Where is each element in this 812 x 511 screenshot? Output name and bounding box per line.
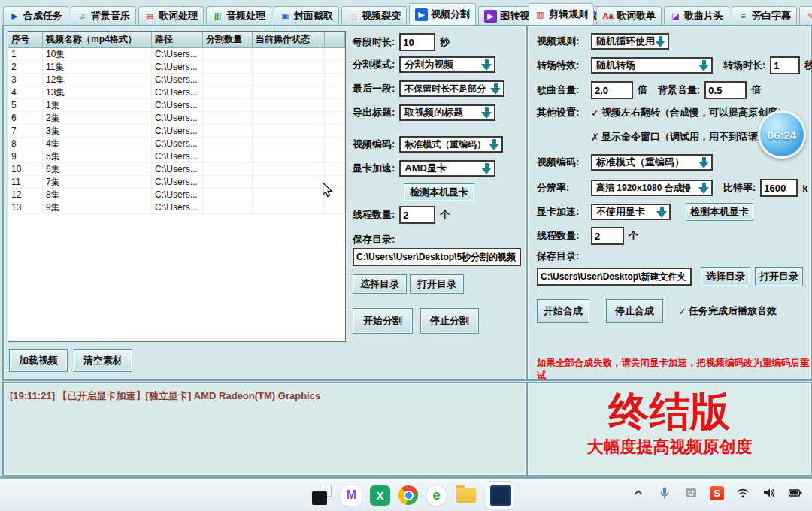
microphone-icon[interactable] bbox=[657, 485, 672, 500]
save-dir-input[interactable] bbox=[537, 268, 692, 286]
table-header-cell[interactable]: 路径 bbox=[152, 32, 203, 47]
tab[interactable]: ▶ 视频分割 bbox=[409, 3, 476, 25]
split-mode-select[interactable]: 分割为视频 bbox=[399, 56, 495, 73]
bg-volume-input[interactable] bbox=[704, 81, 747, 99]
tab[interactable]: Aa 歌词歌单 bbox=[596, 6, 662, 25]
open-dir-button[interactable]: 打开目录 bbox=[410, 274, 464, 294]
battery-icon[interactable] bbox=[788, 485, 803, 500]
threads-input[interactable] bbox=[399, 206, 435, 224]
music-note-icon: ♫ bbox=[77, 11, 88, 22]
table-row[interactable]: 13 9集 C:\Users... bbox=[8, 201, 345, 214]
chrome-icon[interactable] bbox=[398, 485, 418, 505]
detect-gpu-button[interactable]: 检测本机显卡 bbox=[686, 203, 753, 221]
tab[interactable]: ||| 音频处理 bbox=[206, 6, 271, 25]
table-row[interactable]: 5 1集 C:\Users... bbox=[8, 99, 345, 112]
dark-app-icon[interactable] bbox=[311, 484, 333, 506]
cmd-window-checkbox[interactable]: ✗ bbox=[591, 132, 599, 143]
sogou-icon[interactable]: S bbox=[710, 486, 724, 500]
file-explorer-icon[interactable] bbox=[455, 484, 477, 506]
cell-split-count bbox=[203, 138, 253, 150]
video-list-table: 序号视频名称（mp4格式）路径分割数量当前操作状态 1 10集 C:\Users… bbox=[8, 31, 346, 342]
table-row[interactable]: 4 13集 C:\Users... bbox=[8, 86, 345, 99]
stop-compose-button[interactable]: 停止合成 bbox=[606, 299, 663, 323]
cell-split-count bbox=[203, 99, 253, 112]
export-title-icon: ✎ bbox=[805, 11, 812, 22]
tab[interactable]: ✎ 导出标题 bbox=[799, 6, 812, 25]
video-rule-select[interactable]: 随机循环使用 bbox=[591, 33, 669, 50]
table-row[interactable]: 2 11集 C:\Users... bbox=[8, 61, 345, 74]
table-row[interactable]: 7 3集 C:\Users... bbox=[8, 125, 345, 138]
split-mode-label: 分割模式: bbox=[353, 58, 395, 71]
table-row[interactable]: 6 2集 C:\Users... bbox=[8, 112, 345, 125]
table-header-cell[interactable]: 序号 bbox=[8, 32, 43, 47]
table-row[interactable]: 11 7集 C:\Users... bbox=[8, 176, 345, 189]
tab[interactable]: ▶ 合成任务 bbox=[3, 6, 68, 25]
table-header-cell[interactable]: 视频名称（mp4格式） bbox=[43, 32, 152, 47]
detect-gpu-button[interactable]: 检测本机显卡 bbox=[404, 183, 474, 201]
table-row[interactable]: 10 6集 C:\Users... bbox=[8, 163, 345, 176]
tray-expand-icon[interactable] bbox=[631, 485, 646, 500]
song-volume-input[interactable] bbox=[591, 81, 633, 99]
gpu-accel-select[interactable]: 不使用显卡 bbox=[591, 204, 671, 220]
open-dir-button[interactable]: 打开目录 bbox=[755, 267, 803, 286]
cell-status bbox=[253, 189, 325, 201]
cell-index: 11 bbox=[8, 176, 43, 189]
table-header-cell[interactable] bbox=[325, 32, 345, 47]
save-dir-label: 保存目录: bbox=[537, 249, 579, 263]
table-row[interactable]: 8 4集 C:\Users... bbox=[8, 138, 345, 150]
wifi-icon[interactable] bbox=[735, 485, 750, 500]
cell-video-name: 11集 bbox=[43, 61, 152, 74]
windows-start-icon[interactable] bbox=[284, 486, 302, 504]
m-app-icon[interactable]: M bbox=[341, 485, 362, 506]
clear-materials-button[interactable]: 清空素材 bbox=[74, 349, 132, 372]
volume-icon[interactable] bbox=[762, 485, 777, 500]
excel-icon[interactable]: X bbox=[370, 485, 390, 506]
export-title-select[interactable]: 取视频的标题 bbox=[399, 104, 495, 121]
waveform-icon: ||| bbox=[212, 11, 223, 22]
table-header-cell[interactable]: 分割数量 bbox=[203, 32, 253, 47]
ime-icon[interactable] bbox=[683, 485, 698, 500]
e-browser-icon[interactable]: e bbox=[426, 485, 447, 506]
stop-split-button[interactable]: 停止分割 bbox=[420, 308, 479, 334]
table-header-cell[interactable]: 当前操作状态 bbox=[253, 32, 325, 47]
table-row[interactable]: 12 8集 C:\Users... bbox=[8, 189, 345, 201]
last-segment-select[interactable]: 不保留时长不足部分 bbox=[399, 80, 504, 97]
dropdown-arrow-icon bbox=[698, 181, 710, 195]
transition-select[interactable]: 随机转场 bbox=[591, 57, 713, 74]
video-encode-select[interactable]: 标准模式（重编码） bbox=[591, 154, 713, 171]
transition-duration-input[interactable] bbox=[770, 56, 800, 74]
active-app-highlight[interactable] bbox=[486, 481, 514, 509]
start-split-button[interactable]: 开始分割 bbox=[353, 308, 413, 334]
sound-checkbox[interactable]: ✓ bbox=[678, 306, 686, 317]
tab[interactable]: ▤ 歌词处理 bbox=[138, 6, 204, 25]
table-row[interactable]: 3 12集 C:\Users... bbox=[8, 74, 345, 86]
tab[interactable]: ◫ 视频裂变 bbox=[341, 6, 407, 25]
image-to-video-icon: ▶ bbox=[484, 10, 497, 23]
video-encode-select[interactable]: 标准模式（重编码） bbox=[399, 136, 503, 153]
choose-dir-button[interactable]: 选择目录 bbox=[353, 274, 407, 294]
bitrate-input[interactable] bbox=[760, 179, 798, 197]
tab[interactable]: ◪ 歌曲片头 bbox=[664, 6, 729, 25]
flip-checkbox[interactable]: ✓ bbox=[591, 107, 599, 119]
cell-path: C:\Users... bbox=[152, 189, 203, 201]
load-videos-button[interactable]: 加载视频 bbox=[9, 349, 68, 372]
floating-clock-widget[interactable]: 06:24 bbox=[758, 110, 806, 159]
tab[interactable]: ▥ 剪辑规则 bbox=[529, 3, 594, 25]
table-row[interactable]: 9 5集 C:\Users... bbox=[8, 150, 345, 163]
tab[interactable]: ▣ 封面截取 bbox=[274, 6, 339, 25]
cell-split-count bbox=[203, 74, 253, 86]
dropdown-arrow-icon bbox=[490, 82, 501, 95]
tab[interactable]: ≡ 旁白字幕 bbox=[732, 6, 797, 25]
choose-dir-button[interactable]: 选择目录 bbox=[701, 267, 750, 286]
cell-split-count bbox=[203, 61, 253, 74]
save-dir-input[interactable] bbox=[353, 248, 521, 266]
gpu-accel-select[interactable]: AMD显卡 bbox=[399, 160, 495, 177]
segment-duration-input[interactable] bbox=[399, 33, 435, 51]
start-compose-button[interactable]: 开始合成 bbox=[537, 299, 589, 323]
dropdown-arrow-icon bbox=[698, 59, 710, 72]
tab[interactable]: ♫ 背景音乐 bbox=[71, 6, 136, 25]
threads-input[interactable] bbox=[591, 227, 624, 245]
table-header-row: 序号视频名称（mp4格式）路径分割数量当前操作状态 bbox=[8, 32, 345, 48]
table-row[interactable]: 1 10集 C:\Users... bbox=[8, 48, 345, 61]
resolution-select[interactable]: 高清 1920x1080 合成慢 bbox=[591, 180, 713, 196]
